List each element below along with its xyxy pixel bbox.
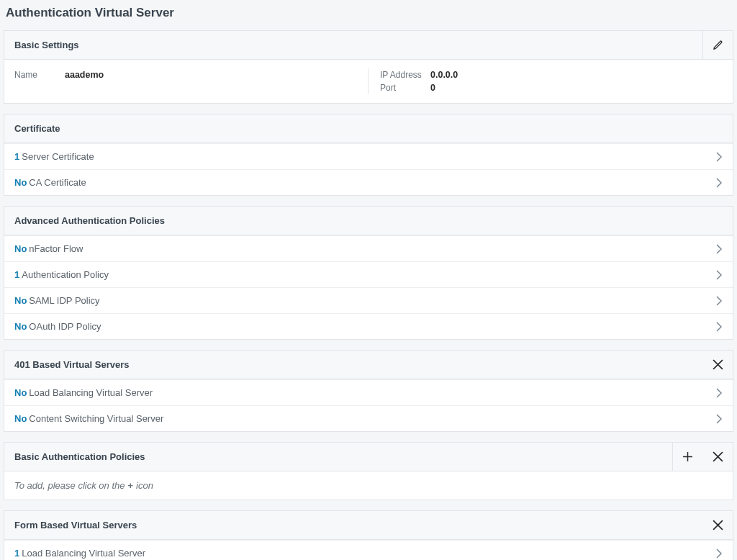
ip-row: IP Address 0.0.0.0 [380, 68, 722, 81]
ca-certificate-count: No [14, 177, 27, 188]
vs401-header: 401 Based Virtual Servers [4, 351, 733, 379]
nfactor-flow-label: nFactor Flow [29, 243, 83, 254]
vs401-panel: 401 Based Virtual Servers No Load Balanc… [4, 350, 733, 432]
chevron-right-icon [715, 296, 723, 306]
form-vs-header: Form Based Virtual Servers [4, 511, 733, 540]
basic-settings-header: Basic Settings [4, 31, 733, 60]
chevron-right-icon [715, 244, 723, 254]
placeholder-pre: To add, please click on the [14, 480, 125, 491]
basic-auth-title: Basic Authentication Policies [4, 443, 672, 471]
vs401-cs-row[interactable]: No Content Switching Virtual Server [4, 405, 733, 431]
chevron-right-icon [715, 388, 723, 398]
close-icon[interactable] [702, 511, 733, 539]
basic-settings-title: Basic Settings [4, 31, 702, 59]
advanced-auth-title: Advanced Authentication Policies [4, 207, 733, 235]
certificate-header: Certificate [4, 114, 733, 143]
vs401-cs-label: Content Switching Virtual Server [29, 413, 163, 424]
form-vs-lb-count: 1 [14, 548, 19, 559]
add-icon[interactable] [672, 443, 702, 471]
port-row: Port 0 [380, 81, 722, 94]
chevron-right-icon [715, 548, 723, 559]
port-label: Port [380, 83, 430, 93]
nfactor-flow-count: No [14, 243, 27, 254]
basic-auth-panel: Basic Authentication Policies To add, pl… [4, 442, 733, 500]
plus-inline-icon: + [127, 480, 133, 491]
edit-icon[interactable] [702, 31, 733, 59]
ip-value: 0.0.0.0 [430, 70, 458, 80]
server-certificate-label: Server Certificate [22, 151, 94, 162]
form-vs-title: Form Based Virtual Servers [4, 511, 702, 539]
basic-settings-panel: Basic Settings Name aaademo IP Address 0… [4, 30, 733, 104]
server-certificate-count: 1 [14, 151, 19, 162]
basic-auth-placeholder: To add, please click on the + icon [4, 471, 733, 500]
chevron-right-icon [715, 414, 723, 424]
chevron-right-icon [715, 270, 723, 280]
advanced-auth-panel: Advanced Authentication Policies No nFac… [4, 206, 733, 340]
auth-policy-label: Authentication Policy [22, 269, 109, 280]
name-row: Name aaademo [14, 68, 368, 81]
port-value: 0 [430, 83, 435, 93]
close-icon[interactable] [702, 443, 733, 471]
form-vs-lb-row[interactable]: 1 Load Balancing Virtual Server [4, 540, 733, 560]
vs401-lb-label: Load Balancing Virtual Server [29, 387, 153, 398]
oauth-idp-count: No [14, 321, 27, 332]
ip-label: IP Address [380, 70, 430, 80]
chevron-right-icon [715, 322, 723, 332]
saml-idp-row[interactable]: No SAML IDP Policy [4, 287, 733, 313]
oauth-idp-label: OAuth IDP Policy [29, 321, 101, 332]
certificate-title: Certificate [4, 114, 733, 143]
auth-policy-row[interactable]: 1 Authentication Policy [4, 261, 733, 287]
oauth-idp-row[interactable]: No OAuth IDP Policy [4, 313, 733, 339]
basic-settings-right: IP Address 0.0.0.0 Port 0 [368, 68, 722, 94]
saml-idp-label: SAML IDP Policy [29, 295, 99, 306]
form-vs-panel: Form Based Virtual Servers 1 Load Balanc… [4, 510, 733, 560]
name-value: aaademo [65, 70, 104, 80]
vs401-lb-count: No [14, 387, 27, 398]
chevron-right-icon [715, 178, 723, 188]
basic-auth-header: Basic Authentication Policies [4, 443, 733, 471]
auth-policy-count: 1 [14, 269, 19, 280]
vs401-lb-row[interactable]: No Load Balancing Virtual Server [4, 379, 733, 405]
advanced-auth-header: Advanced Authentication Policies [4, 207, 733, 235]
form-vs-lb-label: Load Balancing Virtual Server [22, 548, 145, 559]
close-icon[interactable] [702, 351, 733, 379]
placeholder-post: icon [136, 480, 153, 491]
ca-certificate-label: CA Certificate [29, 177, 86, 188]
chevron-right-icon [715, 152, 723, 162]
basic-settings-left: Name aaademo [14, 68, 368, 94]
certificate-panel: Certificate 1 Server Certificate No CA C… [4, 114, 733, 196]
basic-settings-body: Name aaademo IP Address 0.0.0.0 Port 0 [4, 60, 733, 103]
saml-idp-count: No [14, 295, 27, 306]
page-title: Authentication Virtual Server [0, 0, 737, 30]
vs401-title: 401 Based Virtual Servers [4, 351, 702, 379]
nfactor-flow-row[interactable]: No nFactor Flow [4, 235, 733, 261]
server-certificate-row[interactable]: 1 Server Certificate [4, 143, 733, 169]
vs401-cs-count: No [14, 413, 27, 424]
ca-certificate-row[interactable]: No CA Certificate [4, 169, 733, 195]
name-label: Name [14, 70, 65, 80]
